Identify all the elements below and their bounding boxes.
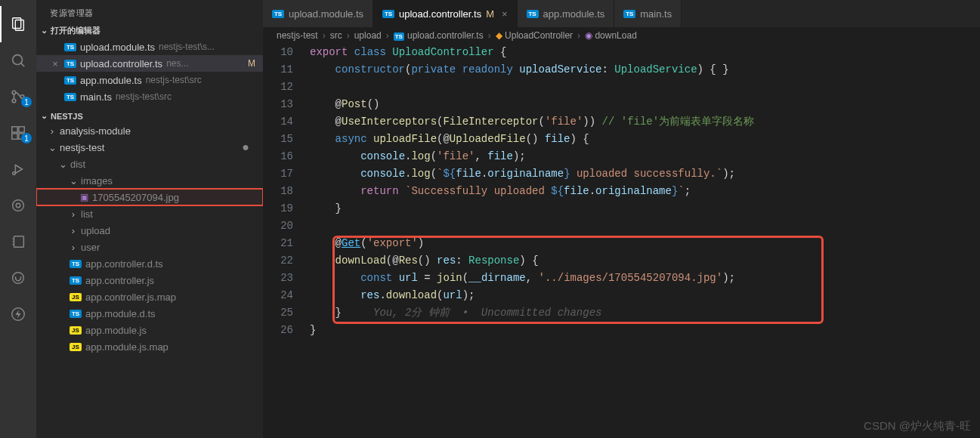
close-icon[interactable]: × [50, 58, 60, 69]
watermark: CSDN @炉火纯青-旺 [864, 419, 971, 433]
svg-rect-15 [14, 236, 24, 248]
file-item[interactable]: JSapp.module.js.map [36, 338, 263, 355]
file-item[interactable]: ▣1705545207094.jpg [36, 189, 263, 205]
breadcrumb-segment[interactable]: src [330, 30, 342, 41]
editor-tab[interactable]: TS app.module.ts [518, 0, 615, 27]
folder-item[interactable]: ›analysis-module [36, 122, 263, 139]
activity-bar: 1 1 [0, 0, 36, 438]
line-number: 14 [263, 113, 293, 131]
breadcrumb-segment[interactable]: nestjs-test [277, 30, 318, 41]
scm-badge: 1 [21, 97, 32, 107]
folder-item[interactable]: ⌄dist [36, 156, 263, 172]
folder-item[interactable]: ›upload [36, 222, 263, 239]
svg-point-5 [12, 99, 16, 103]
breadcrumb[interactable]: nestjs-test › src › upload › TSupload.co… [263, 27, 980, 44]
code-line[interactable]: export class UploadController { [310, 44, 980, 61]
folder-item[interactable]: ⌄images [36, 172, 263, 189]
line-number: 23 [263, 270, 293, 287]
open-editors-list: TS upload.module.ts nestjs-test\s... × T… [36, 38, 263, 110]
code-line[interactable] [310, 217, 980, 235]
code-line[interactable]: @Post() [310, 96, 980, 113]
open-editor-item[interactable]: TS main.ts nestjs-test\src [36, 88, 263, 105]
open-editor-item[interactable]: TS upload.module.ts nestjs-test\s... [36, 39, 263, 55]
chevron-down-icon: ⌄ [41, 111, 48, 121]
tree-label: nestjs-test [60, 142, 104, 153]
run-debug-icon[interactable] [0, 151, 36, 187]
tab-bar: TS upload.module.ts TS upload.controller… [263, 0, 980, 27]
copilot-icon[interactable] [0, 260, 36, 296]
file-type-icon: TS [382, 10, 394, 18]
bolt-icon[interactable] [0, 296, 36, 332]
folder-item[interactable]: ›list [36, 205, 263, 222]
open-editor-item[interactable]: TS app.module.ts nestjs-test\src [36, 72, 263, 88]
tree-label: app.module.js.map [85, 341, 168, 353]
target-icon[interactable] [0, 187, 36, 224]
workspace-header[interactable]: ⌄ NESTJS [36, 110, 263, 122]
explorer-icon[interactable] [0, 6, 36, 42]
line-number: 20 [263, 217, 293, 235]
code-content[interactable]: export class UploadController { construc… [310, 44, 980, 438]
open-editor-item[interactable]: × TS upload.controller.ts nes... M [36, 55, 263, 72]
editor-tab[interactable]: TS upload.module.ts [263, 0, 373, 27]
tree-label: user [81, 242, 100, 253]
svg-point-2 [13, 55, 23, 65]
tree-label: app.module.d.ts [85, 308, 156, 319]
svg-rect-7 [12, 127, 17, 132]
breadcrumb-class[interactable]: ◆ UploadController [496, 30, 573, 41]
file-item[interactable]: TSapp.controller.d.ts [36, 255, 263, 272]
svg-point-4 [12, 91, 16, 94]
svg-marker-11 [15, 165, 22, 174]
svg-marker-21 [15, 310, 20, 319]
editor-tab[interactable]: TS main.ts [614, 0, 682, 27]
breadcrumb-segment[interactable]: upload [354, 30, 382, 41]
code-line[interactable]: @UseInterceptors(FileInterceptor('file')… [310, 113, 980, 131]
code-line[interactable]: @Get('export') [310, 235, 980, 252]
close-icon[interactable]: × [502, 8, 508, 20]
ts-file-icon: TS [70, 260, 82, 268]
file-item[interactable]: TSapp.controller.js [36, 272, 263, 288]
code-line[interactable]: } [310, 322, 980, 339]
folder-item[interactable]: ›user [36, 239, 263, 255]
line-number: 22 [263, 252, 293, 270]
file-hint: nestjs-test\src [116, 91, 172, 102]
file-item[interactable]: JSapp.controller.js.map [36, 288, 263, 305]
file-type-icon: TS [623, 10, 635, 18]
breadcrumb-method[interactable]: ◉ downLoad [585, 30, 637, 41]
source-control-icon[interactable]: 1 [0, 79, 36, 115]
modified-dot: ● [242, 140, 249, 154]
tree-label: 1705545207094.jpg [92, 192, 179, 203]
code-line[interactable]: res.download(url); [310, 287, 980, 304]
file-item[interactable]: JSapp.module.js [36, 322, 263, 338]
line-number: 13 [263, 96, 293, 113]
search-icon[interactable] [0, 42, 36, 79]
file-hint: nestjs-test\s... [159, 42, 215, 52]
notebook-icon[interactable] [0, 224, 36, 260]
chevron-right-icon: › [70, 225, 77, 236]
code-line[interactable]: } [310, 200, 980, 217]
line-number: 10 [263, 44, 293, 61]
file-item[interactable]: TSapp.module.d.ts [36, 305, 263, 322]
code-line[interactable]: const url = join(__dirname, '../images/1… [310, 270, 980, 287]
code-line[interactable]: downLoad(@Res() res: Response) { [310, 252, 980, 270]
code-line[interactable]: console.log('file', file); [310, 148, 980, 165]
line-number: 21 [263, 235, 293, 252]
breadcrumb-segment[interactable]: TSupload.controller.ts [394, 30, 484, 41]
tree-label: images [81, 175, 113, 187]
code-line[interactable]: constructor(private readonly uploadServi… [310, 61, 980, 79]
editor-tab[interactable]: TS upload.controller.ts M × [373, 0, 518, 27]
line-number: 26 [263, 322, 293, 339]
file-type-icon: TS [64, 60, 76, 68]
code-line[interactable]: console.log(`${file.originalname} upload… [310, 165, 980, 183]
file-hint: nes... [166, 58, 188, 69]
code-line[interactable]: } You, 2分 钟前 • Uncommitted changes [310, 304, 980, 322]
extensions-icon[interactable]: 1 [0, 115, 36, 151]
js-file-icon: JS [70, 343, 82, 351]
code-line[interactable]: return `Successfully uploaded ${file.ori… [310, 183, 980, 200]
svg-point-13 [13, 200, 24, 211]
code-line[interactable]: async uploadFile(@UploadedFile() file) { [310, 131, 980, 148]
code-area[interactable]: 1011121314151617181920212223242526 expor… [263, 44, 980, 438]
open-editors-header[interactable]: ⌄ 打开的编辑器 [36, 23, 263, 38]
folder-item[interactable]: ⌄nestjs-test● [36, 139, 263, 156]
svg-line-3 [21, 63, 25, 67]
code-line[interactable] [310, 79, 980, 96]
